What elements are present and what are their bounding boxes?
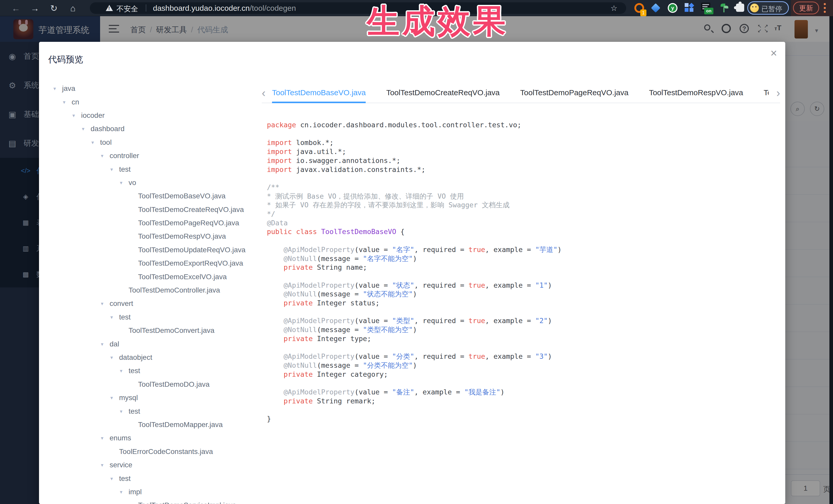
url-text[interactable]: dashboard.yudao.iocoder.cn/tool/codegen: [153, 4, 296, 13]
code-line: [267, 174, 778, 183]
caret-down-icon[interactable]: ▾: [110, 395, 119, 401]
tree-node-cn[interactable]: ▾cn: [39, 95, 260, 109]
home-icon[interactable]: ⌂: [67, 2, 79, 15]
page-scrollbar[interactable]: [829, 16, 833, 504]
browser-menu-icon[interactable]: [824, 3, 826, 13]
tree-node-label: impl: [128, 488, 142, 496]
caret-down-icon[interactable]: ▾: [120, 489, 128, 495]
extension-orange-icon[interactable]: 1: [634, 3, 644, 13]
tab-ToolTestDemoCreateReqVO.java[interactable]: ToolTestDemoCreateReqVO.java: [386, 84, 500, 103]
update-button[interactable]: 更新: [793, 2, 819, 15]
tree-node-ToolErrorCodeConstants.java[interactable]: ToolErrorCodeConstants.java: [39, 445, 260, 458]
tab-ToolTestDemoUpdateReqVO.java[interactable]: ToolTestDemoUpdateReqVO.java: [764, 84, 768, 103]
tree-node-ToolTestDemoRespVO.java[interactable]: ToolTestDemoRespVO.java: [39, 230, 260, 243]
caret-down-icon[interactable]: ▾: [110, 166, 119, 172]
caret-down-icon[interactable]: ▾: [82, 126, 91, 132]
tree-node-label: ToolTestDemoUpdateReqVO.java: [138, 246, 245, 254]
extensions-puzzle-icon[interactable]: [736, 4, 744, 12]
caret-down-icon[interactable]: ▾: [110, 476, 119, 482]
close-icon[interactable]: ×: [770, 47, 777, 59]
code-line: @NotNull(message = "类型不能为空"): [267, 326, 778, 334]
tree-node-ToolTestDemoCreateReqVO.java[interactable]: ToolTestDemoCreateReqVO.java: [39, 203, 260, 216]
code-line: @ApiModelProperty(value = "备注", example …: [267, 388, 778, 397]
modal-title: 代码预览: [48, 54, 83, 66]
tree-node-label: ToolTestDemoExcelVO.java: [138, 273, 227, 281]
caret-down-icon[interactable]: ▾: [53, 86, 62, 92]
tree-node-label: ToolTestDemoCreateReqVO.java: [138, 206, 244, 214]
tree-node-label: mysql: [119, 394, 138, 402]
extension-list-icon[interactable]: on: [701, 3, 710, 11]
file-tree: ▾java▾cn▾iocoder▾dashboard▾tool▾controll…: [39, 82, 260, 504]
caret-down-icon[interactable]: ▾: [110, 354, 119, 361]
caret-down-icon[interactable]: ▾: [72, 113, 81, 119]
tree-node-impl[interactable]: ▾impl: [39, 485, 260, 499]
tree-node-test[interactable]: ▾test: [39, 472, 260, 485]
tree-node-test[interactable]: ▾test: [39, 364, 260, 378]
caret-down-icon[interactable]: ▾: [101, 301, 110, 307]
tree-node-label: test: [119, 165, 130, 173]
forward-icon[interactable]: →: [29, 2, 41, 15]
tree-node-ToolTestDemoBaseVO.java[interactable]: ToolTestDemoBaseVO.java: [39, 189, 260, 203]
code-line: [267, 129, 778, 139]
tree-node-test[interactable]: ▾test: [39, 163, 260, 176]
extension-plant-icon[interactable]: [719, 3, 728, 13]
caret-down-icon[interactable]: ▾: [120, 179, 128, 186]
tree-node-enums[interactable]: ▾enums: [39, 431, 260, 445]
tree-node-ToolTestDemoServiceImpl.java[interactable]: ToolTestDemoServiceImpl.java: [39, 499, 260, 504]
code-line: [267, 343, 778, 352]
extension-gem-icon[interactable]: [651, 3, 661, 13]
not-secure-label[interactable]: 不安全: [117, 4, 138, 14]
code-line: @ApiModelProperty(value = "类型", required…: [267, 316, 778, 326]
tree-node-ToolTestDemoDO.java[interactable]: ToolTestDemoDO.java: [39, 378, 260, 391]
code-line: * 如果子 VO 存在差异的字段，请不要添加到这里，影响 Swagger 文档生…: [267, 201, 778, 210]
profile-paused-pill[interactable]: 已暂停: [747, 1, 789, 15]
caret-down-icon[interactable]: ▾: [101, 462, 110, 468]
not-secure-icon[interactable]: !: [106, 5, 113, 11]
tab-ToolTestDemoRespVO.java[interactable]: ToolTestDemoRespVO.java: [649, 84, 743, 103]
extension-squares-icon[interactable]: [685, 3, 694, 12]
tree-node-ToolTestDemoExcelVO.java[interactable]: ToolTestDemoExcelVO.java: [39, 270, 260, 283]
tree-node-iocoder[interactable]: ▾iocoder: [39, 109, 260, 122]
tree-node-label: ToolTestDemoBaseVO.java: [138, 192, 225, 200]
tree-node-test[interactable]: ▾test: [39, 404, 260, 418]
tree-node-service[interactable]: ▾service: [39, 458, 260, 472]
tabs-scroll-right-icon[interactable]: ›: [776, 87, 780, 99]
code-line: }: [267, 414, 778, 424]
tree-node-ToolTestDemoUpdateReqVO.java[interactable]: ToolTestDemoUpdateReqVO.java: [39, 243, 260, 257]
back-icon[interactable]: ←: [10, 2, 22, 15]
tree-node-vo[interactable]: ▾vo: [39, 176, 260, 189]
tree-node-ToolTestDemoConvert.java[interactable]: ToolTestDemoConvert.java: [39, 324, 260, 337]
tree-node-java[interactable]: ▾java: [39, 82, 260, 95]
tab-ToolTestDemoPageReqVO.java[interactable]: ToolTestDemoPageReqVO.java: [520, 84, 628, 103]
tree-node-ToolTestDemoPageReqVO.java[interactable]: ToolTestDemoPageReqVO.java: [39, 216, 260, 230]
tree-node-ToolTestDemoExportReqVO.java[interactable]: ToolTestDemoExportReqVO.java: [39, 257, 260, 270]
extension-green-icon[interactable]: y: [668, 3, 677, 13]
caret-down-icon[interactable]: ▾: [91, 139, 100, 145]
tree-node-mysql[interactable]: ▾mysql: [39, 391, 260, 404]
bookmark-star-icon[interactable]: ☆: [611, 4, 617, 13]
refresh-icon[interactable]: ↻: [48, 2, 60, 15]
tree-node-label: test: [128, 407, 140, 415]
tab-ToolTestDemoBaseVO.java[interactable]: ToolTestDemoBaseVO.java: [272, 84, 366, 103]
caret-down-icon[interactable]: ▾: [120, 368, 128, 374]
tree-node-label: ToolTestDemoExportReqVO.java: [138, 259, 243, 267]
tree-node-dataobject[interactable]: ▾dataobject: [39, 351, 260, 364]
caret-down-icon[interactable]: ▾: [101, 435, 110, 441]
tree-node-tool[interactable]: ▾tool: [39, 136, 260, 149]
tree-node-label: ToolTestDemoMapper.java: [138, 421, 223, 429]
tree-node-test[interactable]: ▾test: [39, 311, 260, 324]
caret-down-icon[interactable]: ▾: [120, 408, 128, 414]
caret-down-icon[interactable]: ▾: [63, 99, 72, 105]
tree-node-convert[interactable]: ▾convert: [39, 297, 260, 310]
tree-node-controller[interactable]: ▾controller: [39, 149, 260, 163]
caret-down-icon[interactable]: ▾: [101, 341, 110, 347]
tree-node-ToolTestDemoController.java[interactable]: ToolTestDemoController.java: [39, 284, 260, 297]
code-line: private Integer status;: [267, 299, 778, 308]
tree-node-dal[interactable]: ▾dal: [39, 337, 260, 351]
tabs-scroll-left-icon[interactable]: ‹: [262, 87, 266, 99]
caret-down-icon[interactable]: ▾: [110, 314, 119, 320]
caret-down-icon[interactable]: ▾: [101, 153, 110, 159]
tree-node-ToolTestDemoMapper.java[interactable]: ToolTestDemoMapper.java: [39, 418, 260, 431]
tree-node-dashboard[interactable]: ▾dashboard: [39, 122, 260, 136]
tree-node-label: controller: [110, 152, 139, 160]
